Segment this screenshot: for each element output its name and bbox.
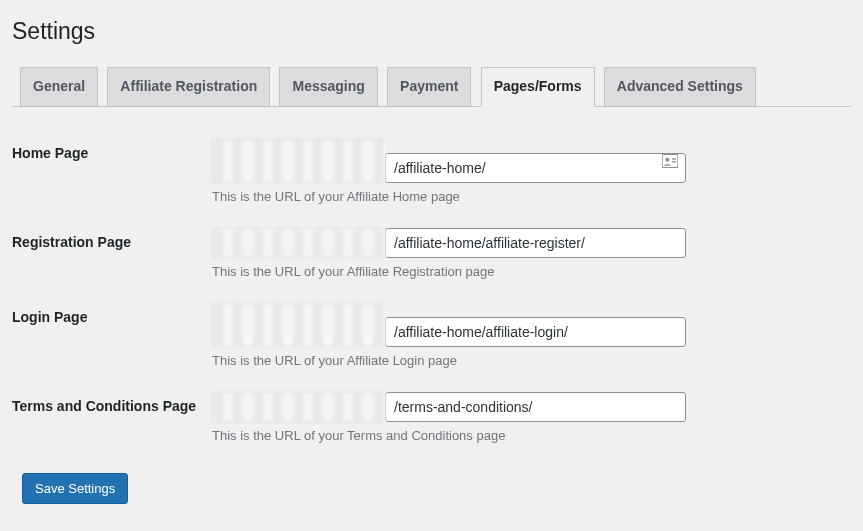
terms-page-input[interactable] — [385, 392, 686, 422]
home-page-prefix — [212, 139, 386, 183]
terms-page-helper: This is the URL of your Terms and Condit… — [212, 428, 841, 443]
tab-pages-forms[interactable]: Pages/Forms — [481, 67, 595, 107]
home-page-helper: This is the URL of your Affiliate Home p… — [212, 189, 841, 204]
login-page-helper: This is the URL of your Affiliate Login … — [212, 353, 841, 368]
save-settings-button[interactable]: Save Settings — [22, 473, 128, 504]
home-page-label: Home Page — [12, 127, 212, 216]
login-page-label: Login Page — [12, 291, 212, 380]
login-page-prefix — [212, 303, 386, 347]
home-page-input[interactable] — [385, 153, 686, 183]
terms-page-label: Terms and Conditions Page — [12, 380, 212, 455]
terms-page-prefix — [212, 392, 386, 422]
tab-payment[interactable]: Payment — [387, 67, 471, 106]
registration-page-prefix — [212, 228, 386, 258]
tab-advanced-settings[interactable]: Advanced Settings — [604, 67, 756, 106]
settings-form: Home Page This is the URL of your Affili… — [12, 127, 851, 455]
tab-affiliate-registration[interactable]: Affiliate Registration — [107, 67, 270, 106]
tab-general[interactable]: General — [20, 67, 98, 106]
svg-point-1 — [665, 157, 669, 161]
svg-rect-3 — [672, 161, 676, 162]
page-title: Settings — [12, 0, 851, 57]
registration-page-helper: This is the URL of your Affiliate Regist… — [212, 264, 841, 279]
contact-card-icon — [662, 154, 678, 168]
settings-tabs: General Affiliate Registration Messaging… — [12, 57, 851, 107]
login-page-input[interactable] — [385, 317, 686, 347]
registration-page-label: Registration Page — [12, 216, 212, 291]
tab-messaging[interactable]: Messaging — [279, 67, 377, 106]
registration-page-input[interactable] — [385, 228, 686, 258]
svg-rect-2 — [672, 158, 676, 159]
